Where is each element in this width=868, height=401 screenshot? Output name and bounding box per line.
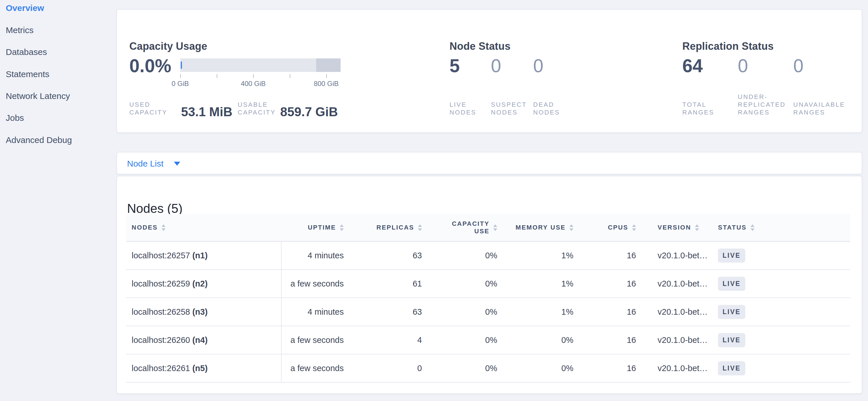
sort-icon[interactable] xyxy=(569,224,574,231)
sort-icon[interactable] xyxy=(493,224,497,231)
nodes-panel: Nodes (5) NODES UPTIME REPLICAS CAPACITY… xyxy=(116,176,862,394)
column-header-label: NODES xyxy=(132,224,158,231)
nodes-table-header: NODES UPTIME REPLICAS CAPACITY USE MEMOR… xyxy=(126,214,850,241)
cockroachdb-overview-page: { "sidebar": { "items": [ {"label": "Ove… xyxy=(0,0,868,401)
usable-capacity-label: USABLE CAPACITY xyxy=(238,101,279,116)
cpus-cell: 16 xyxy=(580,279,642,289)
sidebar-item-statements[interactable]: Statements xyxy=(6,69,50,79)
table-row: localhost:26258(n3) 4 minutes 63 0% 1% 1… xyxy=(126,298,850,326)
nodes-column-divider xyxy=(281,241,282,382)
column-header-memory-use[interactable]: MEMORY USE xyxy=(503,224,580,231)
total-ranges-label: TOTAL RANGES xyxy=(682,101,718,116)
sort-icon[interactable] xyxy=(695,224,699,231)
uptime-cell: 4 minutes xyxy=(281,307,350,317)
column-header-nodes[interactable]: NODES xyxy=(126,224,281,231)
memory-use-cell: 1% xyxy=(503,279,580,289)
version-cell: v20.1.0-bet… xyxy=(642,307,713,317)
suspect-nodes-label: SUSPECT NODES xyxy=(491,101,531,116)
replicas-cell: 63 xyxy=(350,307,428,317)
axis-tick xyxy=(290,74,290,78)
column-header-label: STATUS xyxy=(718,224,747,231)
cpus-cell: 16 xyxy=(580,251,642,260)
total-ranges-count: 64 xyxy=(682,55,703,77)
status-badge: LIVE xyxy=(718,277,745,291)
capacity-gauge-bar-dark-segment xyxy=(316,58,341,72)
axis-tick xyxy=(180,74,181,78)
column-header-label: CPUS xyxy=(608,224,628,231)
node-status-title: Node Status xyxy=(450,40,510,52)
cluster-summary-panel: Capacity Usage 0.0% 0 GiB 400 GiB 800 Gi… xyxy=(116,9,862,133)
axis-tick xyxy=(326,74,327,78)
node-address-link[interactable]: localhost:26257 xyxy=(132,251,190,260)
sidebar-item-metrics[interactable]: Metrics xyxy=(6,25,34,35)
sort-icon[interactable] xyxy=(161,224,165,231)
sidebar-item-network-latency[interactable]: Network Latency xyxy=(6,91,70,101)
column-header-label: REPLICAS xyxy=(376,224,414,231)
capacity-gauge-used-marker xyxy=(181,62,182,69)
sidebar-item-jobs[interactable]: Jobs xyxy=(6,113,24,123)
uptime-cell: a few seconds xyxy=(281,364,350,373)
column-header-version[interactable]: VERSION xyxy=(642,224,713,231)
capacity-use-cell: 0% xyxy=(428,251,503,260)
sort-icon[interactable] xyxy=(750,224,754,231)
node-address-link[interactable]: localhost:26258 xyxy=(132,307,190,317)
replication-status-title: Replication Status xyxy=(682,40,774,52)
cpus-cell: 16 xyxy=(580,336,642,345)
live-nodes-count: 5 xyxy=(450,55,460,77)
unavailable-ranges-label: UNAVAILABLE RANGES xyxy=(793,101,859,116)
replicas-cell: 0 xyxy=(350,364,428,373)
node-id: (n5) xyxy=(192,364,208,373)
capacity-gauge-bar xyxy=(180,58,341,72)
under-replicated-ranges-label: UNDER-REPLICATED RANGES xyxy=(738,93,795,116)
table-row: localhost:26261(n5) a few seconds 0 0% 0… xyxy=(126,354,850,382)
sort-icon[interactable] xyxy=(418,224,422,231)
table-row: localhost:26260(n4) a few seconds 4 0% 0… xyxy=(126,326,850,354)
sidebar-item-databases[interactable]: Databases xyxy=(6,47,47,57)
status-badge: LIVE xyxy=(718,249,745,263)
node-list-dropdown[interactable]: Node List xyxy=(127,158,180,169)
chevron-down-icon xyxy=(174,162,180,166)
capacity-use-cell: 0% xyxy=(428,364,503,373)
capacity-usage-title: Capacity Usage xyxy=(129,40,207,52)
sidebar-item-overview[interactable]: Overview xyxy=(6,3,44,13)
node-id: (n1) xyxy=(192,251,208,260)
status-badge: LIVE xyxy=(718,333,745,347)
nodes-table: NODES UPTIME REPLICAS CAPACITY USE MEMOR… xyxy=(126,214,850,382)
table-row: localhost:26259(n2) a few seconds 61 0% … xyxy=(126,270,850,298)
column-header-label: MEMORY USE xyxy=(516,224,566,231)
sort-icon[interactable] xyxy=(340,224,344,231)
column-header-status[interactable]: STATUS xyxy=(713,224,850,231)
capacity-used-percent: 0.0% xyxy=(129,55,171,77)
column-header-capacity-use[interactable]: CAPACITY USE xyxy=(428,220,503,235)
memory-use-cell: 0% xyxy=(503,336,580,345)
column-header-cpus[interactable]: CPUS xyxy=(580,224,642,231)
usable-capacity-value: 859.7 GiB xyxy=(280,105,338,119)
status-badge: LIVE xyxy=(718,305,745,319)
axis-tick xyxy=(217,74,217,78)
nodes-table-title: Nodes (5) xyxy=(127,201,183,216)
node-address-link[interactable]: localhost:26261 xyxy=(132,364,190,373)
node-address-link[interactable]: localhost:26259 xyxy=(132,279,190,289)
sidebar-item-advanced-debug[interactable]: Advanced Debug xyxy=(6,135,72,145)
replicas-cell: 4 xyxy=(350,336,428,345)
node-id: (n4) xyxy=(192,336,208,345)
node-address-link[interactable]: localhost:26260 xyxy=(132,336,190,345)
table-row: localhost:26257(n1) 4 minutes 63 0% 1% 1… xyxy=(126,241,850,270)
memory-use-cell: 1% xyxy=(503,307,580,317)
uptime-cell: a few seconds xyxy=(281,336,350,345)
capacity-use-cell: 0% xyxy=(428,307,503,317)
memory-use-cell: 0% xyxy=(503,364,580,373)
cpus-cell: 16 xyxy=(580,307,642,317)
unavailable-ranges-count: 0 xyxy=(793,55,804,77)
column-header-replicas[interactable]: REPLICAS xyxy=(350,224,428,231)
uptime-cell: 4 minutes xyxy=(281,251,350,260)
used-capacity-value: 53.1 MiB xyxy=(181,105,232,119)
cpus-cell: 16 xyxy=(580,364,642,373)
capacity-use-cell: 0% xyxy=(428,279,503,289)
sort-icon[interactable] xyxy=(632,224,636,231)
column-header-uptime[interactable]: UPTIME xyxy=(281,224,350,231)
capacity-gauge: 0 GiB 400 GiB 800 GiB xyxy=(180,58,341,93)
under-replicated-ranges-count: 0 xyxy=(738,55,748,77)
version-cell: v20.1.0-bet… xyxy=(642,364,713,373)
column-header-label: VERSION xyxy=(658,224,691,231)
